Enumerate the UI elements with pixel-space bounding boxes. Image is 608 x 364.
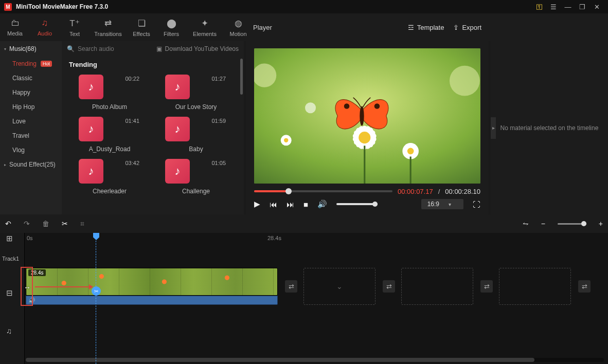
text-icon: T⁺ (69, 18, 79, 29)
audio-title: Our Love Story (175, 103, 217, 111)
upgrade-key-icon[interactable]: ⚿ (532, 0, 546, 13)
sidebar-item-hiphop[interactable]: Hip Hop (0, 100, 62, 114)
library-panel: ▾Music(68) TrendingHot Classic Happy Hip… (0, 41, 244, 214)
svg-point-5 (407, 148, 414, 155)
clip-duration-badge: 28.4s (28, 269, 46, 276)
volume-slider[interactable] (336, 203, 378, 205)
trim-handle-icon[interactable]: ↔ (24, 283, 31, 292)
sidebar-item-classic[interactable]: Classic (0, 71, 62, 85)
maximize-button[interactable]: ❐ (575, 0, 589, 13)
filters-icon: ⬤ (167, 18, 176, 29)
sidebar-item-trending[interactable]: TrendingHot (0, 57, 62, 71)
track-gutter: ⊞ ⊟ ♫ (0, 233, 25, 364)
search-icon: 🔍 (67, 45, 75, 52)
search-input[interactable] (78, 45, 129, 52)
prev-frame-button[interactable]: ⏮ (270, 200, 277, 209)
crop-button[interactable]: ⌗ (80, 220, 84, 228)
timeline-scrollbar-thumb[interactable] (26, 358, 534, 362)
minimize-button[interactable]: — (561, 0, 575, 13)
empty-clip-slot[interactable] (401, 268, 473, 305)
audio-thumb-item[interactable]: 01:59♪ Baby (154, 115, 238, 157)
tab-media[interactable]: 🗀Media (0, 18, 30, 37)
inspector-collapse-handle[interactable]: ▸ (491, 117, 496, 139)
transition-slot[interactable]: ⇄ (285, 280, 297, 293)
export-icon: ⇪ (453, 24, 459, 31)
empty-clip-slot[interactable] (499, 268, 571, 305)
sidebar-item-vlog[interactable]: Vlog (0, 143, 62, 157)
audio-thumb-item[interactable]: 01:41♪ A_Dusty_Road (68, 115, 151, 157)
player-header: Player ☲Template ⇪Export (246, 13, 489, 41)
fullscreen-button[interactable]: ⛶ (473, 200, 480, 209)
tab-effects[interactable]: ❏Effects (127, 18, 156, 37)
playhead-split-button[interactable]: ✂ (92, 286, 101, 296)
playhead[interactable]: ✂ (96, 233, 96, 364)
download-youtube-link[interactable]: ▣ Download YouTube Videos (156, 45, 239, 52)
svg-point-20 (344, 103, 350, 109)
audio-title: Photo Album (92, 103, 127, 111)
transition-slot[interactable]: ⇄ (383, 280, 395, 293)
next-frame-button[interactable]: ⏭ (287, 200, 294, 209)
stop-button[interactable]: ■ (303, 200, 308, 209)
clip-filmstrip (26, 268, 277, 295)
tab-transitions-label: Transitions (94, 31, 121, 37)
sidebar-group-soundeffect[interactable]: ▸Sound Effect(25) (0, 157, 62, 172)
audio-title: Baby (189, 145, 203, 153)
audio-note-icon: ♪ (79, 75, 103, 99)
empty-clip-slot[interactable]: ⌄ (303, 268, 375, 305)
transition-slot[interactable]: ⇄ (480, 280, 493, 293)
split-button[interactable]: ✂ (62, 220, 68, 228)
redo-button[interactable]: ↷ (24, 220, 30, 228)
close-button[interactable]: ✕ (589, 0, 604, 13)
volume-icon[interactable]: 🔊 (317, 199, 327, 209)
sidebar-item-happy[interactable]: Happy (0, 85, 62, 100)
video-track[interactable]: 28.4s 🔊 ↔ ⇄ ⌄ ⇄ ⇄ ⇄ (0, 267, 608, 306)
audio-thumb-item[interactable]: 03:42♪ Cheerleader (68, 157, 151, 199)
seek-bar[interactable] (254, 190, 392, 192)
audio-thumb-grid: 00:22♪ Photo Album 01:27♪ Our Love Story… (62, 72, 244, 199)
video-preview[interactable] (254, 48, 480, 184)
fit-timeline-button[interactable]: ⥊ (523, 220, 529, 228)
app-title: MiniTool MovieMaker Free 7.3.0 (16, 3, 108, 10)
tab-transitions[interactable]: ⇄Transitions (90, 18, 127, 37)
library-scrollbar[interactable] (240, 59, 243, 95)
zoom-out-button[interactable]: − (541, 220, 545, 228)
elements-icon: ✦ (201, 18, 208, 29)
transition-slot[interactable]: ⇄ (578, 280, 591, 293)
timeline-toolbar: ↶ ↷ 🗑 ✂ ⌗ ⥊ − + (0, 214, 608, 233)
audio-thumb-item[interactable]: 01:27♪ Our Love Story (154, 72, 238, 115)
clip-audio-lane[interactable]: 🔊 (26, 296, 278, 305)
inspector-empty-message: No material selected on the timeline (500, 124, 599, 132)
volume-knob[interactable] (372, 202, 378, 207)
zoom-knob[interactable] (581, 221, 586, 226)
play-button[interactable]: ▶ (254, 199, 260, 209)
app-logo-icon: M (4, 3, 12, 11)
sidebar-item-travel[interactable]: Travel (0, 129, 62, 143)
zoom-slider[interactable] (558, 223, 586, 225)
undo-button[interactable]: ↶ (5, 220, 11, 228)
add-track-button[interactable]: ⊞ (6, 234, 13, 243)
timeline-ruler[interactable]: 0s 28.4s (0, 233, 608, 244)
audio-thumb-item[interactable]: 01:05♪ Challenge (154, 157, 238, 199)
aspect-ratio-select[interactable]: 16:9 (421, 199, 463, 209)
audio-thumb-item[interactable]: 00:22♪ Photo Album (68, 72, 151, 115)
audio-track-row[interactable] (0, 306, 608, 336)
sidebar-item-love[interactable]: Love (0, 114, 62, 129)
menu-icon[interactable]: ☰ (546, 0, 561, 13)
delete-button[interactable]: 🗑 (42, 220, 49, 228)
audio-note-icon: ♪ (79, 117, 103, 141)
video-clip[interactable]: 28.4s (26, 268, 278, 296)
tab-filters-label: Filters (164, 31, 179, 37)
seek-knob[interactable] (285, 188, 292, 194)
ruler-tick: 0s (27, 235, 33, 241)
tab-filters[interactable]: ⬤Filters (156, 18, 186, 37)
template-button[interactable]: ☲Template (408, 24, 444, 31)
tab-elements[interactable]: ✦Elements (186, 18, 223, 37)
timeline-scrollbar[interactable] (26, 358, 604, 362)
tab-audio[interactable]: ♫Audio (30, 18, 60, 37)
ruler-tick: 28.4s (267, 235, 281, 241)
download-youtube-label: Download YouTube Videos (165, 45, 239, 52)
sidebar-group-music[interactable]: ▾Music(68) (0, 41, 62, 57)
tab-text[interactable]: T⁺Text (60, 18, 90, 37)
zoom-in-button[interactable]: + (599, 220, 603, 228)
export-button[interactable]: ⇪Export (453, 24, 481, 31)
